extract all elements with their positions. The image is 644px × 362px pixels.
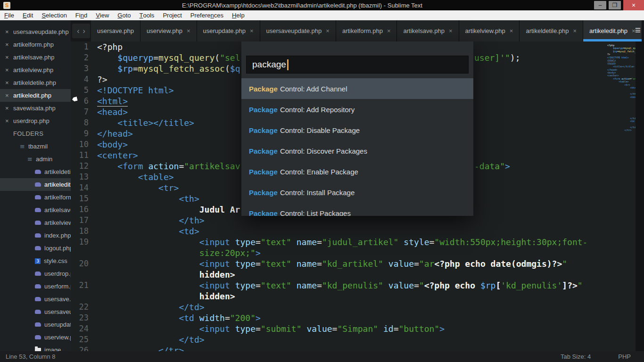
tree-item[interactable]: usersaveupdate.php [0, 305, 71, 318]
tree-item[interactable]: artikelview.php [0, 216, 71, 229]
close-icon[interactable]: × [250, 27, 254, 34]
close-icon[interactable]: × [5, 28, 13, 35]
chevron-left-icon[interactable]: ‹ [77, 27, 79, 35]
line-number: 23 [71, 313, 97, 323]
tree-item[interactable]: artikeledit.php [0, 178, 71, 191]
token: <tr> [624, 83, 630, 86]
menu-goto[interactable]: Goto [113, 10, 135, 20]
palette-item[interactable]: Package Control: Install Package [241, 182, 473, 203]
menu-view[interactable]: View [91, 10, 113, 20]
tab-usersave.php[interactable]: usersave.php [91, 20, 140, 41]
file-name: artikeldetile.php [13, 79, 56, 86]
tree-item[interactable]: artikeldetile.php [0, 165, 71, 178]
tab-usersaveupdate.php[interactable]: usersaveupdate.php× [260, 20, 336, 41]
php-file-icon [35, 284, 41, 288]
close-icon[interactable]: × [5, 66, 13, 74]
palette-item[interactable]: Package Control: Enable Package [241, 161, 473, 182]
open-file-item[interactable]: ×artikelsave.php [0, 51, 71, 64]
tab-artikelsave.php[interactable]: artikelsave.php× [397, 20, 459, 41]
menu-preferences[interactable]: Preferences [186, 10, 228, 20]
close-icon[interactable]: × [449, 27, 453, 34]
close-icon[interactable]: × [5, 105, 13, 112]
folder-open-icon: ≡ [27, 157, 33, 162]
tab-userupdate.php[interactable]: userupdate.php× [197, 20, 260, 41]
command-palette-query: package [252, 59, 286, 70]
tab-artikelview.php[interactable]: artikelview.php× [459, 20, 520, 41]
restore-button[interactable]: ❐ [609, 1, 621, 9]
minimap[interactable]: <?php $queryp=mysql_query("seluser]'"); … [606, 41, 636, 351]
line-number: 2 [71, 52, 97, 63]
palette-item-text: Control: Install Package [280, 189, 355, 197]
tab-label: artikelview.php [465, 27, 505, 34]
open-file-item[interactable]: ×artikelview.php [0, 64, 71, 76]
tree-item[interactable]: 3style.css [0, 255, 71, 267]
tab-artikeldetile.php[interactable]: artikeldetile.php× [520, 20, 583, 41]
close-icon[interactable]: × [5, 54, 13, 61]
tree-item[interactable]: artikelsave.php [0, 204, 71, 216]
open-file-item[interactable]: ×artikeldetile.php [0, 76, 71, 89]
open-file-item[interactable]: ×artikeledit.php [0, 89, 71, 102]
tree-item[interactable]: userupdate.php [0, 318, 71, 331]
menu-project[interactable]: Project [158, 10, 186, 20]
menu-selection[interactable]: Selection [37, 10, 71, 20]
tree-item[interactable]: logout.php [0, 242, 71, 255]
code-text: <input type="text" name="kd_artikel" val… [97, 258, 606, 269]
close-icon[interactable]: × [5, 41, 13, 48]
close-button[interactable]: × [623, 0, 644, 10]
php-file-icon [35, 322, 41, 327]
palette-item[interactable]: Package Control: List Packages [241, 203, 473, 216]
palette-item[interactable]: Package Control: Add Repository [241, 99, 473, 120]
close-icon[interactable]: × [573, 27, 577, 34]
line-number: 10 [71, 139, 97, 150]
token: = [414, 280, 419, 290]
code-line: 17 </th> [71, 215, 606, 226]
open-file-item[interactable]: ×savewisata.php [0, 102, 71, 115]
menu-help[interactable]: Help [228, 10, 249, 20]
menu-edit[interactable]: Edit [18, 10, 37, 20]
code-text: hidden> [97, 269, 606, 280]
menu-file[interactable]: File [0, 10, 18, 20]
command-palette-input[interactable]: package [246, 56, 469, 74]
line-number: 13 [71, 172, 97, 182]
token: = [179, 161, 184, 171]
tree-item[interactable]: index.php [0, 229, 71, 242]
close-icon[interactable]: × [510, 27, 513, 34]
tree-item[interactable]: userform.php [0, 280, 71, 293]
code-line: hidden> [71, 269, 606, 280]
palette-item[interactable]: Package Control: Add Channel [241, 78, 473, 99]
tab-artikeledit.php[interactable]: artikeledit.php× [583, 20, 642, 41]
palette-item[interactable]: Package Control: Disable Package [241, 120, 473, 140]
tab-artikelform.php[interactable]: artikelform.php× [336, 20, 397, 41]
close-icon[interactable]: × [5, 117, 13, 124]
tree-item[interactable]: userdrop.php [0, 267, 71, 280]
tree-item[interactable]: artikelform.php [0, 191, 71, 204]
menu-tools[interactable]: Tools [135, 10, 159, 20]
chevron-right-icon[interactable]: › [83, 27, 85, 35]
line-number: 18 [71, 226, 97, 237]
tree-item[interactable]: usersave.php [0, 293, 71, 305]
tab-size-indicator[interactable]: Tab Size: 4 [561, 353, 591, 360]
token: <html> [97, 96, 128, 107]
syntax-indicator[interactable]: PHP [618, 353, 631, 360]
close-icon[interactable]: × [387, 27, 391, 34]
menu-find[interactable]: Find [71, 10, 91, 20]
tree-item[interactable]: ≡tbazmil [0, 140, 71, 153]
close-icon[interactable]: × [187, 27, 190, 34]
tree-item[interactable]: image [0, 344, 71, 351]
line-number [71, 291, 97, 302]
close-icon[interactable]: × [5, 92, 13, 99]
php-file-icon [35, 335, 41, 339]
scrollbar-track[interactable] [636, 41, 644, 351]
minimize-button[interactable]: – [594, 1, 606, 9]
open-file-item[interactable]: ×userdrop.php [0, 115, 71, 127]
tab-userview.php[interactable]: userview.php× [140, 20, 197, 41]
close-icon[interactable]: × [326, 27, 330, 34]
tab-scroll-nav[interactable]: ‹ › [72, 24, 90, 38]
palette-item[interactable]: Package Control: Discover Packages [241, 140, 473, 161]
tree-item[interactable]: userview.php [0, 331, 71, 344]
close-icon[interactable]: × [5, 79, 13, 86]
open-file-item[interactable]: ×artikelform.php [0, 38, 71, 51]
open-file-item[interactable]: ×usersaveupdate.php [0, 25, 71, 38]
tree-item[interactable]: ≡admin [0, 153, 71, 165]
tab-overflow-menu-icon[interactable]: ≡ [635, 24, 641, 36]
